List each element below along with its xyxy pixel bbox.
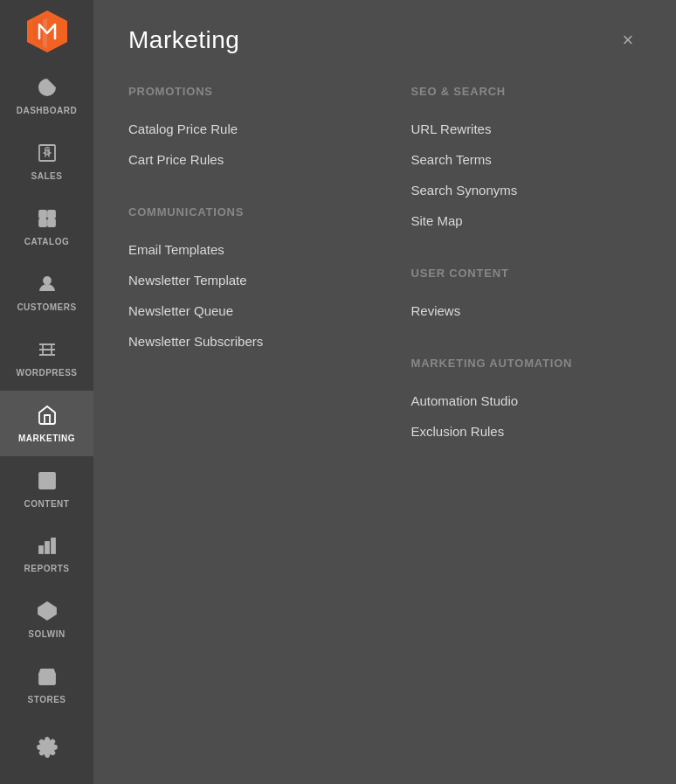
- sidebar-item-solwin[interactable]: SOLWIN: [0, 587, 93, 653]
- dashboard-icon: [37, 77, 58, 101]
- sidebar-item-marketing[interactable]: MARKETING: [0, 391, 93, 456]
- svg-rect-8: [48, 211, 55, 218]
- promotions-section: Promotions Catalog Price Rule Cart Price…: [128, 85, 359, 175]
- sidebar-item-catalog[interactable]: CATALOG: [0, 194, 93, 260]
- sidebar-item-customers-label: CUSTOMERS: [17, 302, 76, 312]
- reports-icon: [37, 535, 58, 559]
- promotions-title: Promotions: [128, 85, 359, 98]
- svg-text:$: $: [44, 145, 50, 157]
- right-column: SEO & Search URL Rewrites Search Terms S…: [411, 85, 642, 477]
- sidebar-item-wordpress[interactable]: WORDPRESS: [0, 325, 93, 391]
- svg-rect-13: [39, 546, 43, 553]
- sidebar-item-customers[interactable]: CUSTOMERS: [0, 260, 93, 325]
- solwin-icon: [37, 600, 58, 625]
- close-button[interactable]: ×: [615, 27, 641, 53]
- newsletter-template-link[interactable]: Newsletter Template: [128, 265, 359, 295]
- customers-icon: [37, 274, 58, 298]
- sidebar-item-sales[interactable]: $ SALES: [0, 128, 93, 194]
- content-icon: [37, 470, 58, 495]
- sidebar-item-catalog-label: CATALOG: [24, 237, 69, 246]
- marketing-automation-title: Marketing Automation: [411, 357, 642, 370]
- sidebar-item-solwin-label: SOLWIN: [28, 629, 65, 639]
- site-map-link[interactable]: Site Map: [411, 205, 642, 236]
- exclusion-rules-link[interactable]: Exclusion Rules: [411, 416, 642, 447]
- sidebar-item-dashboard-label: DASHBOARD: [17, 106, 78, 115]
- user-content-title: User Content: [411, 267, 642, 280]
- cart-price-rules-link[interactable]: Cart Price Rules: [128, 144, 359, 175]
- search-terms-link[interactable]: Search Terms: [411, 144, 642, 175]
- sidebar-item-sales-label: SALES: [31, 171, 63, 181]
- sidebar: DASHBOARD $ SALES CATALOG CUSTOMERS WORD…: [0, 0, 93, 784]
- sidebar-item-reports-label: REPORTS: [24, 564, 70, 573]
- stores-icon: [37, 666, 58, 690]
- sidebar-item-stores-label: STORES: [28, 695, 66, 704]
- sidebar-item-content-label: CONTENT: [24, 499, 70, 509]
- sidebar-item-marketing-label: MARKETING: [18, 434, 75, 443]
- newsletter-subscribers-link[interactable]: Newsletter Subscribers: [128, 326, 359, 357]
- marketing-automation-section: Marketing Automation Automation Studio E…: [411, 357, 642, 447]
- panel-body: Promotions Catalog Price Rule Cart Price…: [128, 85, 641, 477]
- user-content-section: User Content Reviews: [411, 267, 642, 326]
- sidebar-item-system[interactable]: [0, 718, 93, 784]
- sidebar-item-content[interactable]: CONTENT: [0, 456, 93, 522]
- catalog-price-rule-link[interactable]: Catalog Price Rule: [128, 114, 359, 144]
- svg-rect-7: [39, 211, 46, 218]
- sidebar-item-dashboard[interactable]: DASHBOARD: [0, 63, 93, 128]
- sales-icon: $: [37, 142, 58, 167]
- sidebar-logo: [0, 0, 93, 63]
- wordpress-icon: [37, 339, 58, 364]
- sidebar-item-stores[interactable]: STORES: [0, 653, 93, 718]
- system-icon: [37, 737, 58, 761]
- newsletter-queue-link[interactable]: Newsletter Queue: [128, 295, 359, 326]
- main-content: Marketing × Promotions Catalog Price Rul…: [93, 0, 676, 784]
- communications-title: Communications: [128, 205, 359, 219]
- page-title: Marketing: [128, 26, 239, 54]
- email-templates-link[interactable]: Email Templates: [128, 234, 359, 265]
- automation-studio-link[interactable]: Automation Studio: [411, 385, 642, 416]
- reviews-link[interactable]: Reviews: [411, 295, 642, 326]
- marketing-panel: Marketing × Promotions Catalog Price Rul…: [93, 0, 676, 784]
- svg-rect-9: [39, 219, 46, 226]
- url-rewrites-link[interactable]: URL Rewrites: [411, 114, 642, 144]
- sidebar-item-wordpress-label: WORDPRESS: [16, 368, 77, 378]
- svg-rect-14: [45, 542, 49, 553]
- svg-rect-10: [48, 219, 55, 226]
- catalog-icon: [37, 208, 58, 232]
- panel-header: Marketing ×: [128, 26, 641, 54]
- marketing-icon: [37, 405, 58, 429]
- search-synonyms-link[interactable]: Search Synonyms: [411, 175, 642, 205]
- left-column: Promotions Catalog Price Rule Cart Price…: [128, 85, 359, 477]
- sidebar-item-reports[interactable]: REPORTS: [0, 522, 93, 587]
- svg-point-11: [44, 277, 51, 284]
- seo-search-title: SEO & Search: [411, 85, 642, 98]
- communications-section: Communications Email Templates Newslette…: [128, 205, 359, 357]
- svg-rect-15: [52, 538, 55, 553]
- seo-search-section: SEO & Search URL Rewrites Search Terms S…: [411, 85, 642, 236]
- svg-marker-16: [38, 602, 56, 620]
